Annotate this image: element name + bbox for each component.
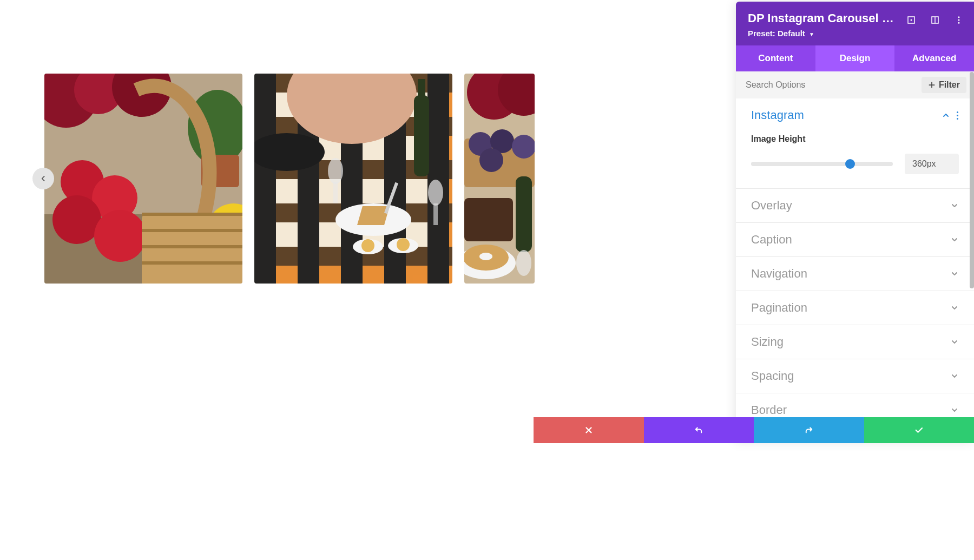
section-more-icon[interactable]	[957, 111, 959, 120]
field-label: Image Height	[751, 134, 959, 144]
undo-button[interactable]	[644, 417, 754, 443]
chevron-down-icon	[950, 201, 959, 210]
plus-icon	[928, 81, 936, 89]
section-header[interactable]: Spacing	[736, 359, 974, 393]
carousel-slide[interactable]	[464, 74, 535, 284]
filter-button[interactable]: Filter	[922, 77, 966, 93]
chevron-down-icon	[950, 338, 959, 346]
caret-down-icon: ▼	[809, 31, 814, 37]
slider-track[interactable]	[751, 162, 893, 166]
search-input[interactable]	[746, 80, 922, 90]
tab-content[interactable]: Content	[736, 45, 815, 71]
slider-thumb[interactable]	[845, 159, 855, 169]
section-sizing: Sizing	[736, 325, 974, 359]
svg-point-54	[361, 239, 374, 252]
section-spacing: Spacing	[736, 359, 974, 393]
slider-value-input[interactable]: 360px	[905, 154, 959, 174]
section-header[interactable]: Sizing	[736, 325, 974, 359]
check-icon	[914, 425, 924, 435]
svg-point-65	[479, 148, 503, 172]
svg-point-73	[911, 19, 912, 21]
svg-rect-14	[142, 214, 242, 284]
chevron-down-icon	[950, 372, 959, 380]
section-header[interactable]: Instagram	[736, 98, 974, 132]
section-navigation: Navigation	[736, 257, 974, 291]
svg-rect-39	[276, 222, 298, 247]
redo-button[interactable]	[754, 417, 864, 443]
carousel-slide[interactable]	[44, 74, 242, 284]
svg-point-10	[94, 210, 146, 262]
image-height-slider: 360px	[751, 154, 959, 174]
svg-point-47	[328, 158, 343, 184]
svg-point-70	[479, 253, 492, 260]
tabs: Content Design Advanced	[736, 45, 974, 71]
svg-point-76	[958, 16, 960, 18]
section-caption: Caption	[736, 223, 974, 257]
section-header[interactable]: Overlay	[736, 189, 974, 222]
svg-rect-37	[363, 179, 384, 203]
scrollbar[interactable]	[970, 72, 974, 288]
svg-point-64	[512, 135, 535, 159]
svg-rect-26	[254, 247, 452, 266]
columns-icon[interactable]	[930, 15, 940, 25]
chevron-up-icon	[942, 111, 950, 120]
section-pagination: Pagination	[736, 291, 974, 325]
tab-advanced[interactable]: Advanced	[894, 45, 974, 71]
carousel-prev-button[interactable]	[32, 168, 54, 189]
settings-panel: DP Instagram Carousel Setti... Preset: D…	[736, 2, 974, 442]
svg-point-49	[428, 180, 443, 206]
save-button[interactable]	[864, 417, 975, 443]
svg-point-78	[958, 22, 960, 24]
panel-title: DP Instagram Carousel Setti...	[748, 11, 894, 25]
chevron-down-icon	[950, 235, 959, 244]
section-overlay: Overlay	[736, 189, 974, 223]
svg-rect-50	[433, 203, 438, 225]
section-header[interactable]: Caption	[736, 223, 974, 256]
redo-icon	[804, 425, 814, 435]
expand-icon[interactable]	[906, 15, 917, 25]
chevron-left-icon	[40, 175, 47, 182]
tab-design[interactable]: Design	[815, 45, 895, 71]
chevron-down-icon	[950, 406, 959, 414]
chevron-down-icon	[950, 304, 959, 312]
section-header[interactable]: Navigation	[736, 257, 974, 291]
svg-rect-67	[516, 176, 532, 252]
chevron-down-icon	[950, 269, 959, 278]
svg-rect-45	[414, 95, 429, 176]
panel-footer	[534, 417, 974, 443]
undo-icon	[694, 425, 703, 435]
close-icon	[584, 425, 594, 435]
preset-selector[interactable]: Preset: Default ▼	[748, 29, 962, 38]
close-button[interactable]	[534, 417, 644, 443]
more-icon[interactable]	[953, 15, 964, 25]
panel-header: DP Instagram Carousel Setti... Preset: D…	[736, 2, 974, 45]
svg-rect-66	[464, 198, 513, 241]
svg-point-9	[52, 195, 101, 244]
section-header[interactable]: Pagination	[736, 291, 974, 325]
svg-rect-40	[319, 222, 341, 247]
svg-rect-35	[276, 179, 298, 203]
svg-marker-52	[357, 206, 390, 225]
svg-point-77	[958, 19, 960, 21]
section-instagram: Instagram Image Height 360px	[736, 98, 974, 189]
svg-rect-46	[418, 79, 425, 101]
svg-point-56	[397, 238, 410, 251]
search-row: Filter	[736, 71, 974, 98]
svg-rect-38	[406, 179, 427, 203]
svg-rect-48	[333, 182, 338, 203]
carousel-slide[interactable]	[254, 74, 452, 284]
svg-point-71	[516, 250, 531, 276]
